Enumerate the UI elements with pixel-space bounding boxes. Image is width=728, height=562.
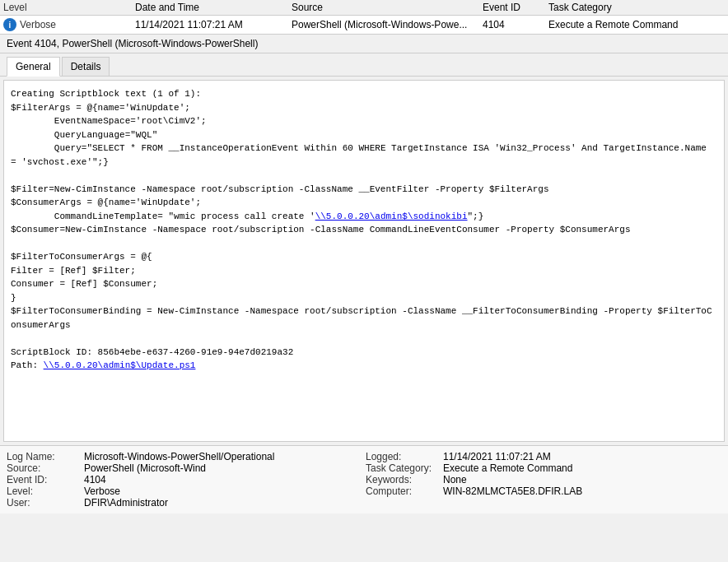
meta-col-right: Logged: 11/14/2021 11:07:21 AM Task Cate… <box>366 451 721 509</box>
event-level-text: Verbose <box>20 19 56 30</box>
meta-value-logname: Microsoft-Windows-PowerShell/Operational <box>84 451 362 462</box>
content-line3b: ";} $Consumer=New-CimInstance -Namespace… <box>11 211 712 371</box>
meta-col-left: Log Name: Microsoft-Windows-PowerShell/O… <box>7 451 362 509</box>
meta-value-computer: WIN-82MLMCTA5E8.DFIR.LAB <box>443 485 721 497</box>
event-datetime-cell: 11/14/2021 11:07:21 AM <box>135 19 292 30</box>
meta-label-taskcat: Task Category: <box>366 462 440 474</box>
meta-row-taskcat: Task Category: Execute a Remote Command <box>366 462 721 474</box>
meta-value-source: PowerShell (Microsoft-Wind <box>84 462 362 474</box>
content-panel[interactable]: Creating Scriptblock text (1 of 1): $Fil… <box>3 80 725 442</box>
meta-value-user: DFIR\Administrator <box>84 497 362 509</box>
meta-row-computer: Computer: WIN-82MLMCTA5E8.DFIR.LAB <box>366 485 721 497</box>
meta-value-eventid: 4104 <box>84 474 362 485</box>
meta-label-user: User: <box>7 497 81 509</box>
meta-value-logged: 11/14/2021 11:07:21 AM <box>443 451 721 462</box>
meta-row-source: Source: PowerShell (Microsoft-Wind <box>7 462 362 474</box>
meta-row-level: Level: Verbose <box>7 485 362 497</box>
event-id-cell: 4104 <box>483 19 548 30</box>
meta-label-logged: Logged: <box>366 451 440 462</box>
tab-details[interactable]: Details <box>62 57 110 76</box>
event-row[interactable]: i Verbose 11/14/2021 11:07:21 AM PowerSh… <box>0 16 728 35</box>
event-level-cell: i Verbose <box>3 18 135 31</box>
link-sodinokibi[interactable]: \\5.0.0.20\admin$\sodinokibi <box>315 211 468 221</box>
col-header-taskcategory: Task Category <box>548 2 725 13</box>
meta-row-keywords: Keywords: None <box>366 474 721 485</box>
content-main-text: Creating Scriptblock text (1 of 1): $Fil… <box>11 89 712 221</box>
meta-value-level: Verbose <box>84 485 362 497</box>
meta-label-level: Level: <box>7 485 81 497</box>
link-updateps1[interactable]: \\5.0.0.20\admin$\Update.ps1 <box>44 360 196 370</box>
event-taskcategory-cell: Execute a Remote Command <box>548 19 725 30</box>
event-source-cell: PowerShell (Microsoft-Windows-Powe... <box>292 19 483 30</box>
content-text: Creating Scriptblock text (1 of 1): $Fil… <box>11 87 717 373</box>
meta-label-eventid: Event ID: <box>7 474 81 485</box>
meta-row-eventid: Event ID: 4104 <box>7 474 362 485</box>
col-header-eventid: Event ID <box>483 2 548 13</box>
tabs-bar: General Details <box>0 53 728 77</box>
meta-row-logged: Logged: 11/14/2021 11:07:21 AM <box>366 451 721 462</box>
event-details-title: Event 4104, PowerShell (Microsoft-Window… <box>0 35 728 53</box>
col-header-source: Source <box>292 2 483 13</box>
meta-label-source: Source: <box>7 462 81 474</box>
col-header-datetime: Date and Time <box>135 2 292 13</box>
meta-label-logname: Log Name: <box>7 451 81 462</box>
meta-label-keywords: Keywords: <box>366 474 440 485</box>
meta-row-user: User: DFIR\Administrator <box>7 497 362 509</box>
meta-value-taskcat: Execute a Remote Command <box>443 462 721 474</box>
meta-label-computer: Computer: <box>366 485 440 497</box>
metadata-panel: Log Name: Microsoft-Windows-PowerShell/O… <box>0 445 728 513</box>
col-header-level: Level <box>3 2 135 13</box>
meta-value-keywords: None <box>443 474 721 485</box>
tab-general[interactable]: General <box>7 57 60 77</box>
verbose-icon: i <box>3 18 16 31</box>
meta-row-logname: Log Name: Microsoft-Windows-PowerShell/O… <box>7 451 362 462</box>
event-table-header: Level Date and Time Source Event ID Task… <box>0 0 728 16</box>
